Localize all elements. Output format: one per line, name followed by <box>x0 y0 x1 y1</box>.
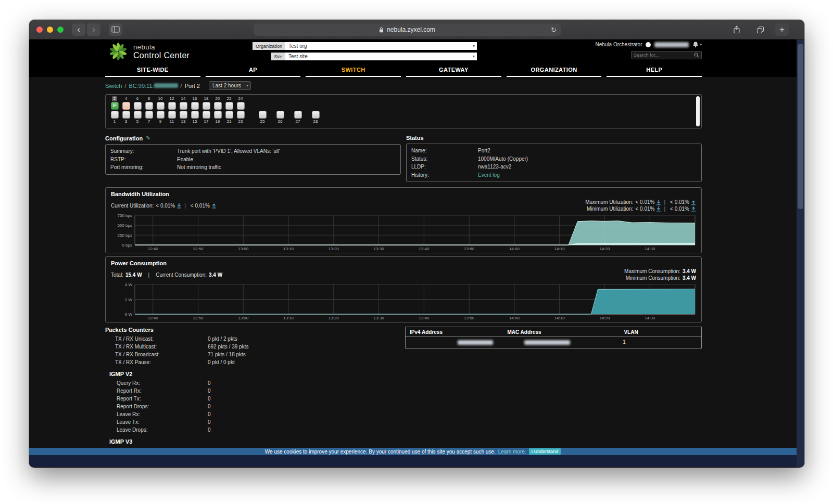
site-header: nebula Control Center Organization Test … <box>29 40 797 77</box>
port-24[interactable] <box>237 102 245 110</box>
port-18[interactable] <box>203 102 210 110</box>
port-cell-14[interactable]: 14 <box>178 96 189 110</box>
port-cell-9[interactable]: 9 <box>155 110 166 124</box>
mac-redacted <box>524 340 570 345</box>
port-2[interactable]: P <box>111 102 119 110</box>
nav-tab-help[interactable]: HELP <box>607 67 702 77</box>
port-21[interactable] <box>225 111 233 119</box>
port-10[interactable] <box>157 102 165 110</box>
port-cell-26[interactable]: 26 <box>271 110 289 124</box>
port-cell-2[interactable]: 2P <box>109 96 120 110</box>
port-cell-11[interactable]: 11 <box>166 110 178 124</box>
port-cell-7[interactable]: 7 <box>143 110 155 124</box>
sidebar-icon <box>111 26 120 33</box>
port-panel-scroll-thumb[interactable] <box>696 96 700 126</box>
back-button[interactable]: ‹ <box>72 23 85 36</box>
status-row-label: History: <box>411 171 478 179</box>
port-cell-21[interactable]: 21 <box>223 110 235 124</box>
share-button[interactable] <box>730 23 743 36</box>
port-number: 7 <box>148 119 150 124</box>
port-9[interactable] <box>157 111 165 119</box>
close-button[interactable] <box>36 27 43 33</box>
port-cell-25[interactable]: 25 <box>254 110 271 124</box>
port-27[interactable] <box>294 111 302 119</box>
port-11[interactable] <box>168 111 176 119</box>
port-13[interactable] <box>180 111 187 119</box>
port-6[interactable] <box>134 102 142 110</box>
cookie-accept-button[interactable]: I Understand <box>529 448 561 455</box>
port-15[interactable] <box>191 111 199 119</box>
port-cell-28[interactable]: 28 <box>307 110 324 124</box>
port-cell-22[interactable]: 22 <box>223 96 235 110</box>
search-input[interactable] <box>634 53 694 58</box>
bandwidth-current-up: < 0.01% <box>191 203 210 209</box>
port-17[interactable] <box>203 111 210 119</box>
forward-button[interactable]: › <box>87 23 100 36</box>
port-cell-15[interactable]: 15 <box>189 110 200 124</box>
port-number: 4 <box>125 96 127 101</box>
address-bar[interactable]: nebula.zyxel.com ↻ <box>254 23 561 36</box>
nav-tab-organization[interactable]: ORGANIZATION <box>507 67 602 77</box>
site-select[interactable]: Test site ▾ <box>285 53 477 60</box>
scrollbar-thumb[interactable] <box>798 44 803 209</box>
port-cell-12[interactable]: 12 <box>166 96 178 110</box>
port-14[interactable] <box>180 102 187 110</box>
port-25[interactable] <box>259 111 267 119</box>
port-cell-24[interactable]: 24 <box>235 96 246 110</box>
port-5[interactable] <box>134 111 142 119</box>
port-1[interactable] <box>111 111 119 119</box>
breadcrumb-device-link[interactable]: BC:99:11: <box>129 83 178 89</box>
port-7[interactable] <box>145 111 153 119</box>
vertical-scrollbar[interactable] <box>797 40 804 467</box>
port-cell-8[interactable]: 8 <box>143 96 155 110</box>
port-cell-19[interactable]: 19 <box>212 110 223 124</box>
new-tab-button[interactable]: + <box>775 23 789 36</box>
status-row-value[interactable]: Event log <box>478 171 500 179</box>
minimize-button[interactable] <box>47 27 53 33</box>
port-cell-18[interactable]: 18 <box>200 96 212 110</box>
port-28[interactable] <box>312 111 320 119</box>
power-min-value: 3.4 W <box>683 275 696 282</box>
port-cell-5[interactable]: 5 <box>132 110 143 124</box>
port-20[interactable] <box>214 102 222 110</box>
port-12[interactable] <box>168 102 176 110</box>
notification-menu[interactable]: ▾ <box>692 41 702 48</box>
orchestrator-toggle[interactable] <box>646 42 651 47</box>
sidebar-toggle-button[interactable] <box>109 23 122 36</box>
brand[interactable]: nebula Control Center <box>108 42 190 61</box>
svg-text:13:00: 13:00 <box>238 247 249 251</box>
port-16[interactable] <box>191 102 199 110</box>
port-cell-27[interactable]: 27 <box>289 110 307 124</box>
port-cell-1[interactable]: 1 <box>109 110 120 124</box>
learn-more-link[interactable]: Learn more. <box>498 449 526 455</box>
port-number: 13 <box>181 119 186 124</box>
port-cell-17[interactable]: 17 <box>200 110 212 124</box>
time-range-select[interactable]: Last 2 hours ▾ <box>209 81 251 90</box>
port-23[interactable] <box>237 111 245 119</box>
port-3[interactable] <box>122 111 130 119</box>
port-cell-23[interactable]: 23 <box>235 110 246 124</box>
port-cell-16[interactable]: 16 <box>189 96 200 110</box>
nav-tab-site-wide[interactable]: SITE-WIDE <box>105 67 200 77</box>
port-19[interactable] <box>214 111 222 119</box>
port-cell-6[interactable]: 6 <box>132 96 143 110</box>
port-8[interactable] <box>145 102 153 110</box>
nav-tab-ap[interactable]: AP <box>206 67 301 77</box>
breadcrumb-switch-link[interactable]: Switch <box>105 83 122 89</box>
port-cell-3[interactable]: 3 <box>120 110 132 124</box>
zoom-button[interactable] <box>57 27 64 33</box>
port-4[interactable] <box>122 102 130 110</box>
organization-select[interactable]: Test org ▾ <box>285 42 477 50</box>
port-26[interactable] <box>276 111 284 119</box>
port-cell-10[interactable]: 10 <box>155 96 166 110</box>
port-cell-20[interactable]: 20 <box>212 96 223 110</box>
port-cell-13[interactable]: 13 <box>178 110 189 124</box>
nav-tab-gateway[interactable]: GATEWAY <box>406 67 501 77</box>
edit-icon[interactable]: ✎ <box>146 135 150 141</box>
reload-button[interactable]: ↻ <box>551 26 557 34</box>
port-22[interactable] <box>225 102 233 110</box>
tab-overview-button[interactable] <box>753 23 767 36</box>
nav-tab-switch[interactable]: SWITCH <box>306 67 401 77</box>
port-cell-4[interactable]: 4 <box>120 96 132 110</box>
port-number: 23 <box>238 119 243 124</box>
